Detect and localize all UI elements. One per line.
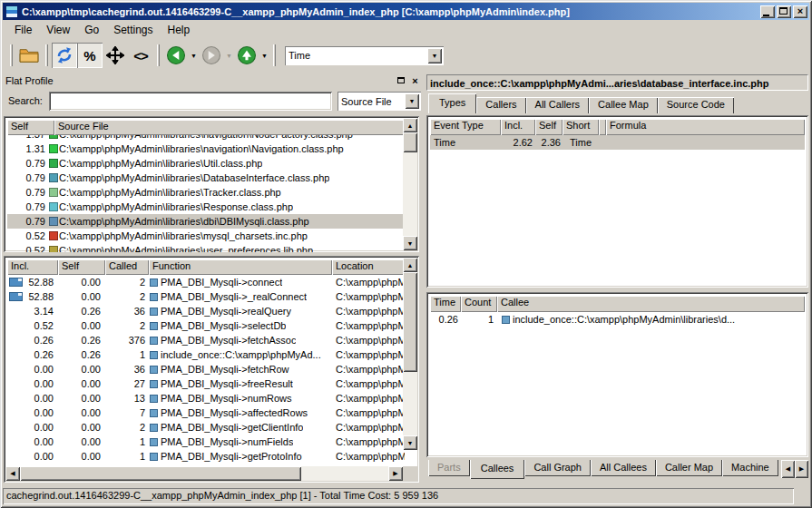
callees-table-header: Time Count Callee — [430, 296, 805, 312]
back-button[interactable] — [163, 43, 189, 68]
column-header-incl[interactable]: Incl. — [501, 119, 535, 135]
minimize-button[interactable] — [760, 5, 775, 18]
function-icon — [150, 293, 158, 301]
tab-caller-map[interactable]: Caller Map — [656, 460, 722, 476]
tab-parts[interactable]: Parts — [428, 460, 470, 476]
column-header-self[interactable]: Self — [7, 120, 54, 135]
scroll-down-button[interactable]: ▼ — [403, 236, 417, 250]
tab-types[interactable]: Types — [428, 93, 476, 113]
column-header-source-file[interactable]: Source File — [54, 120, 405, 135]
search-input[interactable] — [49, 92, 332, 111]
table-row[interactable]: 0.000.0036PMA_DBI_Mysqli->fetchRowC:\xam… — [7, 362, 405, 376]
up-button[interactable] — [234, 43, 259, 68]
scroll-down-button[interactable]: ▼ — [403, 435, 417, 450]
table-row[interactable]: 0.79C:\xampp\phpMyAdmin\libraries\Databa… — [7, 171, 405, 185]
column-header-event-type[interactable]: Event Type — [430, 119, 501, 135]
column-header-incl[interactable]: Incl. — [7, 259, 58, 275]
self-value: 0.79 — [7, 156, 49, 171]
tab-callee-map[interactable]: Callee Map — [589, 97, 658, 113]
tab-all-callers[interactable]: All Callers — [526, 97, 590, 113]
forward-button[interactable] — [199, 43, 224, 68]
cycle-event-type-button[interactable] — [52, 43, 77, 68]
combo-dropdown-button[interactable]: ▼ — [405, 93, 419, 109]
table-row[interactable]: 52.880.002PMA_DBI_Mysqli->_realConnectC:… — [7, 289, 405, 304]
table-row[interactable]: 0.260.261include_once::C:\xampp\phpMyAd.… — [7, 347, 405, 362]
self-value: 0.00 — [58, 435, 105, 449]
table-row[interactable]: Time2.622.36Time — [430, 135, 805, 150]
forward-history-dropdown[interactable]: ▼ — [224, 43, 234, 68]
menu-file[interactable]: File — [7, 22, 39, 38]
column-header-short[interactable]: Short — [563, 119, 599, 135]
menu-help[interactable]: Help — [161, 22, 198, 38]
table-row[interactable]: 0.52C:\xampp\phpMyAdmin\libraries\mysql_… — [7, 229, 405, 243]
column-header-count[interactable]: Count — [461, 296, 497, 312]
table-row[interactable]: 0.000.0013PMA_DBI_Mysqli->numRowsC:\xamp… — [7, 391, 405, 405]
types-table: Event Type Incl. Self Short Formula Time… — [426, 115, 808, 288]
tab-scroll-right-button[interactable]: ▶ — [795, 460, 808, 478]
table-row[interactable]: 0.000.007PMA_DBI_Mysqli->affectedRowsC:\… — [7, 405, 405, 420]
table-row[interactable]: 1.37C:\xampp\phpMyAdmin\libraries\naviga… — [7, 135, 405, 142]
scrollbar-thumb[interactable] — [20, 466, 301, 481]
self-value: 0.00 — [58, 362, 105, 376]
vertical-scrollbar[interactable]: ▲ ▼ — [403, 118, 417, 250]
dock-close-button[interactable]: × — [409, 75, 421, 86]
table-row[interactable]: 0.260.26376PMA_DBI_Mysqli->fetchAssocC:\… — [7, 333, 405, 347]
tab-callees[interactable]: Callees — [470, 460, 525, 479]
table-row[interactable]: 0.000.0027PMA_DBI_Mysqli->freeResultC:\x… — [7, 376, 405, 391]
column-header-location[interactable]: Location — [332, 259, 405, 275]
event-type-combobox[interactable]: Time ▼ — [285, 46, 444, 65]
tab-callers[interactable]: Callers — [476, 97, 525, 113]
open-file-button[interactable] — [16, 43, 42, 68]
column-header-self[interactable]: Self — [58, 259, 105, 275]
table-row[interactable]: 0.79C:\xampp\phpMyAdmin\libraries\Respon… — [7, 200, 405, 214]
scroll-up-button[interactable]: ▲ — [403, 118, 417, 132]
vertical-scrollbar[interactable]: ▲ ▼ — [403, 258, 417, 450]
menu-go[interactable]: Go — [77, 22, 106, 38]
column-header-formula[interactable]: Formula — [606, 119, 805, 135]
column-header-function[interactable]: Function — [149, 259, 332, 275]
function-table-header: Incl. Self Called Function Location — [7, 259, 405, 275]
table-row[interactable]: 1.31C:\xampp\phpMyAdmin\libraries\naviga… — [7, 142, 405, 156]
table-row[interactable]: 0.79C:\xampp\phpMyAdmin\libraries\Util.c… — [7, 156, 405, 171]
scrollbar-thumb[interactable] — [403, 272, 417, 372]
dock-layout-button[interactable] — [103, 43, 128, 68]
column-header-called[interactable]: Called — [105, 259, 149, 275]
table-row[interactable]: 0.520.002PMA_DBI_Mysqli->selectDbC:\xamp… — [7, 318, 405, 333]
close-button[interactable]: × — [793, 5, 807, 18]
table-row[interactable]: 0.79C:\xampp\phpMyAdmin\libraries\dbi\DB… — [7, 214, 405, 229]
menu-settings[interactable]: Settings — [106, 22, 160, 38]
combo-dropdown-button[interactable]: ▼ — [427, 48, 442, 64]
relative-percent-button[interactable]: % — [77, 43, 103, 68]
table-row[interactable]: 0.000.001PMA_DBI_Mysqli->getProtoInfoC:\… — [7, 449, 405, 464]
title-bar[interactable]: C:\xampp\tmp\cachegrind.out.1416463299-C… — [3, 3, 809, 20]
menu-view[interactable]: View — [39, 22, 77, 38]
table-row[interactable]: 0.79C:\xampp\phpMyAdmin\libraries\Tracke… — [7, 185, 405, 200]
dock-float-button[interactable] — [395, 75, 406, 86]
scroll-left-button[interactable]: ◀ — [5, 466, 20, 481]
maximize-button[interactable] — [777, 5, 791, 18]
tab-all-callees[interactable]: All Callees — [591, 460, 656, 476]
tab-machine[interactable]: Machine — [722, 460, 778, 476]
dock-title-bar[interactable]: Flat Profile × — [4, 73, 423, 88]
scroll-right-button[interactable]: ▶ — [388, 466, 403, 481]
tab-call-graph[interactable]: Call Graph — [524, 460, 591, 476]
tab-scroll-left-button[interactable]: ◀ — [781, 460, 795, 478]
table-row[interactable]: 3.140.2636PMA_DBI_Mysqli->realQueryC:\xa… — [7, 304, 405, 318]
tab-source-code[interactable]: Source Code — [658, 97, 734, 113]
scrollbar-thumb[interactable] — [403, 132, 417, 152]
table-row[interactable]: 0.000.002PMA_DBI_Mysqli->getClientInfoC:… — [7, 420, 405, 435]
table-row[interactable]: 0.261include_once::C:\xampp\phpMyAdmin\l… — [430, 312, 805, 327]
column-header-self[interactable]: Self — [535, 119, 563, 135]
expand-collapse-button[interactable]: <> — [128, 43, 153, 68]
table-row[interactable]: 0.000.001PMA_DBI_Mysqli->numFieldsC:\xam… — [7, 435, 405, 449]
toolbar-handle[interactable] — [10, 44, 13, 66]
table-row[interactable]: 0.52C:\xampp\phpMyAdmin\libraries\user_p… — [7, 243, 405, 252]
column-header-time[interactable]: Time — [430, 296, 461, 312]
column-header-callee[interactable]: Callee — [497, 296, 805, 312]
horizontal-scrollbar[interactable]: ◀ ▶ — [5, 466, 403, 481]
scroll-up-button[interactable]: ▲ — [403, 258, 417, 272]
up-history-dropdown[interactable]: ▼ — [259, 43, 269, 68]
grouping-combobox[interactable]: Source File ▼ — [338, 92, 421, 111]
table-row[interactable]: 52.880.002PMA_DBI_Mysqli->connectC:\xamp… — [7, 275, 405, 289]
back-history-dropdown[interactable]: ▼ — [189, 43, 199, 68]
